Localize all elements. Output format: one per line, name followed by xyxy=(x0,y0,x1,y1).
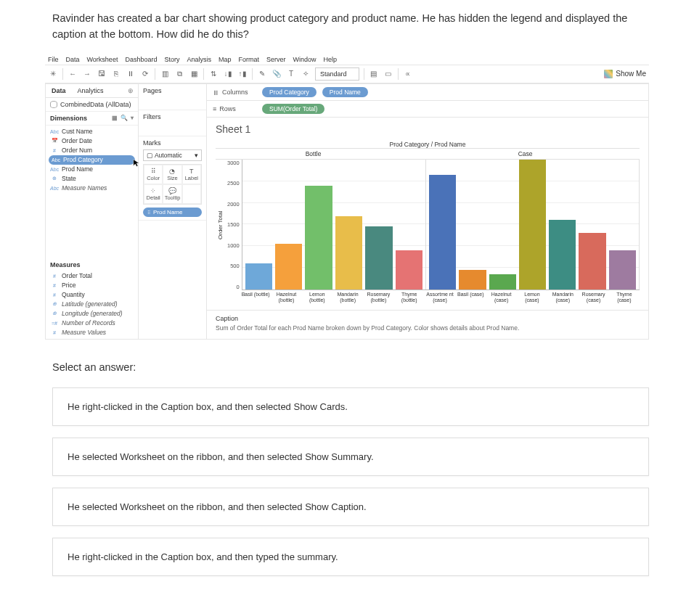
marks-type-dropdown[interactable]: ▢ Automatic▾ xyxy=(143,149,202,161)
view-icon[interactable]: ▦ xyxy=(112,115,118,121)
answer-option-1[interactable]: He right-clicked in the Caption box, and… xyxy=(52,387,649,426)
pill-prodname[interactable]: Prod Name xyxy=(322,87,368,97)
bar[interactable] xyxy=(459,270,486,289)
field-measurevalues[interactable]: #Measure Values xyxy=(46,328,138,337)
menu-server[interactable]: Server xyxy=(266,56,286,63)
field-price[interactable]: #Price xyxy=(46,281,138,290)
bar[interactable] xyxy=(519,160,546,289)
pages-shelf[interactable]: Pages xyxy=(139,84,206,110)
marks-pill-prodname[interactable]: ⠿Prod Name xyxy=(143,208,202,217)
tab-data[interactable]: Data xyxy=(46,84,72,97)
sort-desc-icon[interactable]: ↑▮ xyxy=(237,69,248,79)
sort-asc-icon[interactable]: ↓▮ xyxy=(223,69,233,79)
bar[interactable] xyxy=(365,226,392,289)
save-icon[interactable]: 🖫 xyxy=(97,69,107,79)
new-datasource-icon[interactable]: ⎘ xyxy=(111,69,121,79)
share-icon[interactable]: ∝ xyxy=(403,69,413,79)
caption-text: Sum of Order Total for each Prod Name br… xyxy=(216,324,640,332)
fit-dropdown[interactable]: Standard xyxy=(315,67,359,81)
menu-file[interactable]: File xyxy=(48,56,59,63)
menu-bar: File Data Worksheet Dashboard Story Anal… xyxy=(45,54,649,65)
question-text: Ravinder has created a bar chart showing… xyxy=(0,0,694,47)
bar[interactable] xyxy=(429,175,456,289)
menu-window[interactable]: Window xyxy=(293,56,317,63)
field-longitude[interactable]: ⊕Longitude (generated) xyxy=(46,309,138,319)
show-me-icon xyxy=(604,70,613,78)
group-icon[interactable]: 📎 xyxy=(272,69,282,79)
field-ordernum[interactable]: #Order Num xyxy=(46,146,138,155)
field-latitude[interactable]: ⊕Latitude (generated) xyxy=(46,300,138,309)
bar[interactable] xyxy=(609,250,636,289)
clear-icon[interactable]: ▦ xyxy=(189,69,199,79)
chevron-down-icon: ▾ xyxy=(195,152,198,159)
field-prodname[interactable]: AbcProd Name xyxy=(46,165,138,174)
field-orderdate[interactable]: 📅Order Date xyxy=(46,136,138,146)
duplicate-icon[interactable]: ⧉ xyxy=(174,69,184,79)
menu-help[interactable]: Help xyxy=(324,56,338,63)
marks-detail[interactable]: ⁘Detail xyxy=(144,184,163,204)
filters-shelf[interactable]: Filters xyxy=(139,110,206,136)
menu-data[interactable]: Data xyxy=(66,56,80,63)
answer-option-3[interactable]: He selected Worksheet on the ribbon, and… xyxy=(52,488,649,526)
group-bottle-header: Bottle xyxy=(216,148,411,160)
bar[interactable] xyxy=(305,186,332,289)
forward-icon[interactable]: → xyxy=(82,69,92,79)
caption-header: Caption xyxy=(216,315,640,322)
bar[interactable] xyxy=(335,216,362,289)
present-icon[interactable]: ▭ xyxy=(383,69,393,79)
swap-icon[interactable]: ⇅ xyxy=(208,69,219,79)
show-me-button[interactable]: Show Me xyxy=(604,70,646,78)
bar[interactable] xyxy=(396,250,422,289)
menu-dropdown-icon[interactable]: ▾ xyxy=(131,115,134,121)
datasource-row[interactable]: CombinedData (AllData) xyxy=(46,98,138,112)
bar[interactable] xyxy=(275,244,302,289)
menu-worksheet[interactable]: Worksheet xyxy=(87,56,118,63)
search-icon[interactable]: 🔍 xyxy=(121,115,128,121)
marks-tooltip[interactable]: 💬Tooltip xyxy=(163,184,181,204)
bar[interactable] xyxy=(579,233,605,289)
menu-story[interactable]: Story xyxy=(164,56,179,63)
caption-box[interactable]: Caption Sum of Order Total for each Prod… xyxy=(207,310,648,339)
highlight-icon[interactable]: ✎ xyxy=(257,69,267,79)
answer-option-4[interactable]: He right-clicked in the Caption box, and… xyxy=(52,538,649,576)
field-custname[interactable]: AbcCust Name xyxy=(46,127,138,136)
field-state[interactable]: ⊕State xyxy=(46,174,138,184)
pin-icon[interactable]: ✧ xyxy=(301,69,311,79)
tab-analytics[interactable]: Analytics xyxy=(72,84,110,97)
cards-icon[interactable]: ▤ xyxy=(369,69,379,79)
field-measurenames[interactable]: AbcMeasure Names xyxy=(46,184,138,193)
bar[interactable] xyxy=(489,274,516,289)
labels-icon[interactable]: T xyxy=(286,69,296,79)
connect-icon[interactable]: ⊕ xyxy=(123,84,138,97)
bar[interactable] xyxy=(549,220,576,289)
pause-icon[interactable]: ⏸ xyxy=(126,69,136,79)
worksheet-view: ⫼Columns Prod Category Prod Name ≡Rows S… xyxy=(207,84,648,339)
field-quantity[interactable]: #Quantity xyxy=(46,290,138,300)
marks-label[interactable]: TLabel xyxy=(182,165,201,184)
marks-card: Marks ▢ Automatic▾ ⠿Color ◔Size TLabel ⁘… xyxy=(139,136,206,221)
sheet-title[interactable]: Sheet 1 xyxy=(207,118,648,138)
marks-size[interactable]: ◔Size xyxy=(163,165,181,184)
tableau-logo-icon[interactable]: ✳ xyxy=(48,69,58,79)
refresh-icon[interactable]: ⟳ xyxy=(140,69,150,79)
answer-option-2[interactable]: He selected Worksheet on the ribbon, and… xyxy=(52,438,649,476)
menu-dashboard[interactable]: Dashboard xyxy=(125,56,157,63)
menu-map[interactable]: Map xyxy=(219,56,232,63)
rows-shelf[interactable]: ≡Rows SUM(Order Total) xyxy=(207,101,648,118)
new-worksheet-icon[interactable]: ▥ xyxy=(160,69,170,79)
tooltip-icon: 💬 xyxy=(163,187,181,194)
field-ordertotal[interactable]: #Order Total xyxy=(46,271,138,281)
field-numrecords[interactable]: =#Number of Records xyxy=(46,319,138,328)
marks-color[interactable]: ⠿Color xyxy=(144,165,163,184)
menu-analysis[interactable]: Analysis xyxy=(187,56,211,63)
pill-prodcategory[interactable]: Prod Category xyxy=(262,87,317,97)
pill-sum-ordertotal[interactable]: SUM(Order Total) xyxy=(262,104,324,114)
label-icon: T xyxy=(183,168,200,175)
bar[interactable] xyxy=(245,263,272,289)
detail-icon: ⁘ xyxy=(144,187,162,194)
menu-format[interactable]: Format xyxy=(238,56,259,63)
color-icon: ⠿ xyxy=(144,168,162,175)
back-icon[interactable]: ← xyxy=(68,69,78,79)
field-prodcategory[interactable]: AbcProd Category xyxy=(49,155,135,165)
columns-shelf[interactable]: ⫼Columns Prod Category Prod Name xyxy=(207,84,648,101)
